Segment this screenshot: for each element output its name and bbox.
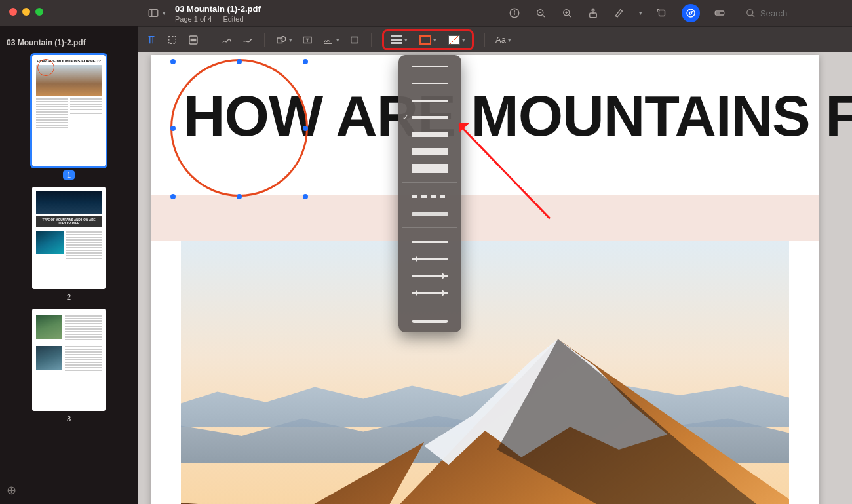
document-viewport[interactable]: HOW ARE MOUNTAINS FORMED? ✓ bbox=[138, 52, 852, 504]
sketch-tool-icon[interactable] bbox=[221, 34, 233, 46]
shape-style-group-highlight: ▾ ▾ ▾ bbox=[382, 29, 474, 50]
thumb-annotation-circle bbox=[37, 59, 54, 76]
draw-tool-icon[interactable] bbox=[242, 34, 254, 46]
rectangle-select-icon[interactable] bbox=[166, 34, 178, 46]
page-accent-band bbox=[151, 195, 819, 241]
svg-point-23 bbox=[281, 36, 286, 41]
sign-tool-icon[interactable]: ▾ bbox=[322, 34, 339, 46]
svg-point-4 bbox=[514, 11, 515, 12]
svg-point-14 bbox=[687, 9, 695, 17]
zoom-out-icon[interactable] bbox=[534, 7, 547, 20]
line-weight-option-4[interactable]: ✓ bbox=[404, 113, 456, 122]
line-weight-option-1[interactable] bbox=[404, 62, 456, 71]
svg-rect-26 bbox=[351, 37, 358, 43]
svg-rect-19 bbox=[169, 36, 176, 43]
thumbnail-page-1[interactable]: HOW ARE MOUNTAINS FORMED? 1 bbox=[32, 55, 106, 180]
stroke-color-button[interactable]: ▾ bbox=[417, 34, 439, 46]
text-box-tool-icon[interactable] bbox=[301, 34, 313, 46]
svg-rect-13 bbox=[659, 10, 665, 16]
svg-line-18 bbox=[752, 15, 754, 17]
line-rough-option[interactable] bbox=[404, 209, 456, 218]
selection-handle[interactable] bbox=[303, 194, 308, 199]
thumbnail-page-2[interactable]: TYPE OF MOUNTAINS AND HOW ARE THEY FORME… bbox=[32, 187, 106, 302]
thumbnail-page-3[interactable]: 3 bbox=[32, 309, 106, 424]
info-icon[interactable] bbox=[508, 7, 521, 20]
line-style-button[interactable]: ▾ bbox=[388, 35, 410, 45]
selection-handle[interactable] bbox=[303, 59, 308, 64]
share-icon[interactable] bbox=[587, 7, 600, 20]
highlight-icon[interactable] bbox=[613, 7, 626, 20]
minimize-window-icon[interactable] bbox=[22, 8, 30, 16]
line-weight-option-6[interactable] bbox=[404, 147, 456, 156]
sidebar-document-title: 03 Mountain (1)-2.pdf bbox=[7, 38, 86, 47]
add-page-icon[interactable]: ⊕ bbox=[7, 483, 16, 497]
thumb-page-number: 1 bbox=[63, 170, 75, 180]
line-plain-option[interactable] bbox=[404, 237, 456, 246]
redact-tool-icon[interactable] bbox=[187, 34, 199, 46]
thumbnail-sidebar: 03 Mountain (1)-2.pdf HOW ARE MOUNTAINS … bbox=[0, 26, 138, 504]
sidebar-toggle-icon[interactable] bbox=[147, 7, 160, 20]
fill-color-button[interactable]: ▾ bbox=[446, 34, 468, 46]
line-weight-option-7[interactable] bbox=[404, 164, 456, 173]
line-arrow-both-option[interactable] bbox=[404, 288, 456, 298]
search-box[interactable] bbox=[739, 5, 844, 21]
titlebar: ▾ 03 Mountain (1)-2.pdf Page 1 of 4 — Ed… bbox=[0, 0, 852, 26]
thumb-banner: TYPE OF MOUNTAINS AND HOW ARE THEY FORME… bbox=[36, 216, 102, 227]
line-style-popover: ✓ bbox=[398, 55, 461, 332]
document-title-block: 03 Mountain (1)-2.pdf Page 1 of 4 — Edit… bbox=[175, 4, 261, 23]
thumb-image bbox=[36, 191, 102, 214]
line-weight-option-5[interactable] bbox=[404, 130, 456, 139]
form-fields-icon[interactable] bbox=[713, 7, 726, 20]
markup-toggle-button[interactable] bbox=[682, 4, 700, 22]
line-arrow-left-option[interactable] bbox=[404, 254, 456, 263]
hero-image bbox=[181, 241, 789, 504]
text-style-label: Aa bbox=[495, 35, 506, 45]
annotation-circle[interactable] bbox=[170, 59, 308, 197]
thumb-image bbox=[36, 231, 64, 254]
thumb-image bbox=[36, 346, 62, 370]
selection-handle[interactable] bbox=[170, 126, 176, 131]
fullscreen-window-icon[interactable] bbox=[35, 8, 43, 16]
search-icon bbox=[745, 7, 756, 19]
close-window-icon[interactable] bbox=[9, 8, 17, 16]
selection-handle[interactable] bbox=[237, 194, 242, 199]
line-style-icon bbox=[391, 39, 402, 41]
line-weight-option-3[interactable] bbox=[404, 96, 456, 105]
document-filename: 03 Mountain (1)-2.pdf bbox=[175, 4, 261, 14]
window-controls bbox=[9, 8, 43, 16]
text-selection-tool-icon[interactable] bbox=[145, 34, 157, 46]
selection-handle[interactable] bbox=[303, 126, 308, 131]
thumb-image bbox=[36, 315, 62, 339]
line-arrow-right-option[interactable] bbox=[404, 271, 456, 281]
line-weight-option-2[interactable] bbox=[404, 79, 456, 88]
note-tool-icon[interactable] bbox=[349, 34, 360, 46]
line-endcap-option[interactable] bbox=[404, 317, 456, 326]
svg-line-9 bbox=[569, 15, 571, 17]
rotate-icon[interactable] bbox=[655, 7, 668, 20]
markup-toolbar: ▾ ▾ ▾ ▾ ▾ Aa▾ bbox=[138, 26, 852, 52]
text-style-button[interactable]: Aa▾ bbox=[495, 35, 511, 45]
fill-color-icon bbox=[448, 35, 460, 45]
search-input[interactable] bbox=[760, 9, 839, 18]
document-subtitle: Page 1 of 4 — Edited bbox=[175, 15, 261, 23]
svg-line-6 bbox=[543, 15, 545, 17]
thumb-page-number: 2 bbox=[67, 293, 71, 301]
svg-rect-0 bbox=[149, 10, 158, 17]
svg-point-17 bbox=[747, 10, 753, 16]
shapes-tool-icon[interactable]: ▾ bbox=[275, 34, 292, 46]
stroke-color-icon bbox=[419, 35, 431, 45]
chevron-down-icon[interactable]: ▾ bbox=[639, 10, 642, 16]
document-page: HOW ARE MOUNTAINS FORMED? bbox=[151, 55, 819, 504]
selection-handle[interactable] bbox=[170, 194, 176, 199]
zoom-in-icon[interactable] bbox=[560, 7, 573, 20]
line-dashed-option[interactable] bbox=[404, 192, 456, 201]
thumb-page-number: 3 bbox=[67, 415, 71, 423]
check-icon: ✓ bbox=[402, 113, 408, 122]
svg-rect-21 bbox=[191, 39, 196, 41]
selection-handle[interactable] bbox=[170, 59, 176, 64]
chevron-down-icon[interactable]: ▾ bbox=[163, 10, 166, 16]
selection-handle[interactable] bbox=[237, 59, 242, 64]
